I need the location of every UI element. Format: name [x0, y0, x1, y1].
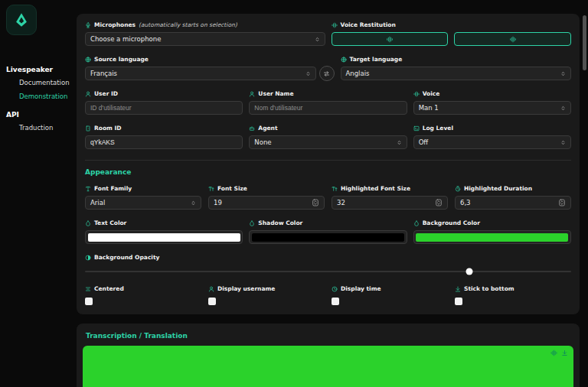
timer-icon [455, 186, 461, 192]
terminal-icon [413, 125, 420, 132]
background-color-field: Background Color [413, 220, 571, 244]
microphone-select[interactable]: Choose a microphone [85, 32, 325, 46]
font-size-input[interactable]: 19 [208, 196, 325, 210]
globe-icon [85, 57, 91, 63]
font-size-label: Font Size [217, 185, 247, 192]
page-scrollbar-thumb[interactable] [583, 15, 586, 70]
display-username-checkbox[interactable] [208, 298, 216, 305]
stick-to-bottom-field: Stick to bottom [455, 285, 571, 305]
background-color-label: Background Color [423, 220, 480, 226]
arrow-down-to-line-icon [455, 286, 461, 292]
font-size-value: 19 [214, 199, 222, 207]
sidebar-section-api: API [6, 111, 70, 119]
target-language-field: Target language Anglais [341, 56, 572, 80]
agent-select[interactable]: None [249, 135, 407, 149]
sidebar-item-demonstration[interactable]: Demonstration [6, 89, 70, 103]
agent-label: Agent [258, 125, 277, 132]
stick-to-bottom-checkbox[interactable] [455, 298, 462, 305]
shadow-color-input[interactable] [249, 230, 407, 244]
number-stepper-icon[interactable] [435, 198, 443, 207]
app-logo[interactable] [6, 5, 37, 35]
background-color-input[interactable] [413, 230, 571, 244]
background-opacity-thumb[interactable] [466, 268, 472, 275]
transcription-title: Transcription / Translation [86, 332, 573, 340]
appearance-title: Appearance [85, 168, 571, 176]
centered-label: Centered [94, 285, 124, 292]
droplet-icon [85, 220, 91, 226]
font-family-select[interactable]: Arial [85, 196, 201, 210]
clock-icon [332, 286, 338, 292]
chevron-updown-icon [315, 36, 320, 43]
chevron-updown-icon [560, 139, 566, 146]
log-level-select[interactable]: Off [413, 135, 571, 149]
droplet-icon [249, 220, 255, 226]
chevron-updown-icon [397, 139, 402, 146]
waveform-icon[interactable] [550, 350, 557, 356]
user-id-label: User ID [94, 90, 118, 97]
voice-select[interactable]: Man 1 [413, 101, 571, 115]
shadow-color-label: Shadow Color [258, 220, 302, 226]
microphone-select-value: Choose a microphone [90, 35, 161, 43]
swap-arrows-icon [323, 70, 330, 77]
room-id-input[interactable] [85, 135, 243, 149]
text-color-input[interactable] [85, 230, 243, 244]
user-name-input[interactable] [249, 101, 407, 115]
highlighted-duration-field: Highlighted Duration 6,3 [455, 185, 571, 210]
voice-label: Voice [423, 90, 440, 97]
sidebar-item-documentation[interactable]: Documentation [6, 76, 70, 89]
livespeaker-logo-icon [13, 11, 30, 28]
download-icon[interactable] [561, 350, 568, 356]
door-icon [85, 125, 91, 132]
number-stepper-icon[interactable] [312, 198, 319, 207]
user-icon [85, 91, 91, 97]
highlighted-font-size-input[interactable]: 32 [332, 196, 448, 210]
source-language-select[interactable]: Français [85, 67, 316, 80]
log-level-select-value: Off [419, 138, 429, 146]
target-language-select[interactable]: Anglais [341, 67, 572, 80]
voice-restitution-button-2[interactable] [454, 32, 571, 46]
user-id-input[interactable] [85, 101, 243, 115]
centered-checkbox[interactable] [85, 298, 93, 305]
text-color-swatch [88, 233, 240, 242]
log-level-field: Log Level Off [413, 125, 571, 149]
opacity-icon [85, 255, 91, 261]
highlighted-duration-input[interactable]: 6,3 [455, 196, 571, 210]
source-language-value: Français [90, 70, 117, 77]
transcription-display [83, 346, 573, 387]
microphones-field: Microphones (automatically starts on sel… [85, 21, 325, 46]
stick-to-bottom-label: Stick to bottom [464, 285, 514, 292]
voice-field: Voice Man 1 [413, 90, 571, 115]
swap-languages-button[interactable] [319, 66, 335, 81]
voice-restitution-button-1[interactable] [332, 32, 449, 46]
agent-field: Agent None [249, 125, 407, 149]
section-divider [85, 160, 571, 161]
font-family-field: Font Family Arial [85, 185, 201, 210]
align-center-icon [85, 286, 91, 292]
user-icon [208, 286, 214, 292]
background-opacity-slider[interactable] [85, 268, 571, 275]
target-language-value: Anglais [346, 70, 370, 77]
sidebar: Livespeaker Documentation Demonstration … [0, 0, 77, 387]
main-content: Microphones (automatically starts on sel… [77, 0, 580, 387]
background-color-swatch [416, 233, 568, 242]
highlighted-font-size-field: Highlighted Font Size 32 [332, 185, 448, 210]
centered-field: Centered [85, 285, 201, 305]
voice-restitution-label: Voice Restitution [341, 21, 396, 28]
text-color-field: Text Color [85, 220, 243, 244]
fill-icon [413, 220, 420, 226]
font-family-value: Arial [90, 199, 105, 207]
chevron-updown-icon [560, 105, 566, 112]
voice-select-value: Man 1 [419, 104, 439, 112]
number-stepper-icon[interactable] [558, 198, 566, 207]
shadow-color-field: Shadow Color [249, 220, 407, 244]
user-id-field: User ID [85, 90, 243, 115]
room-id-field: Room ID [85, 125, 243, 149]
waveform-icon [509, 36, 517, 43]
room-id-label: Room ID [94, 125, 122, 132]
settings-panel: Microphones (automatically starts on sel… [77, 14, 580, 314]
sidebar-item-traduction[interactable]: Traduction [6, 121, 70, 135]
text-color-label: Text Color [94, 220, 126, 226]
display-time-checkbox[interactable] [332, 298, 339, 305]
voice-restitution-field: Voice Restitution [332, 21, 572, 46]
shadow-color-swatch [252, 233, 404, 242]
